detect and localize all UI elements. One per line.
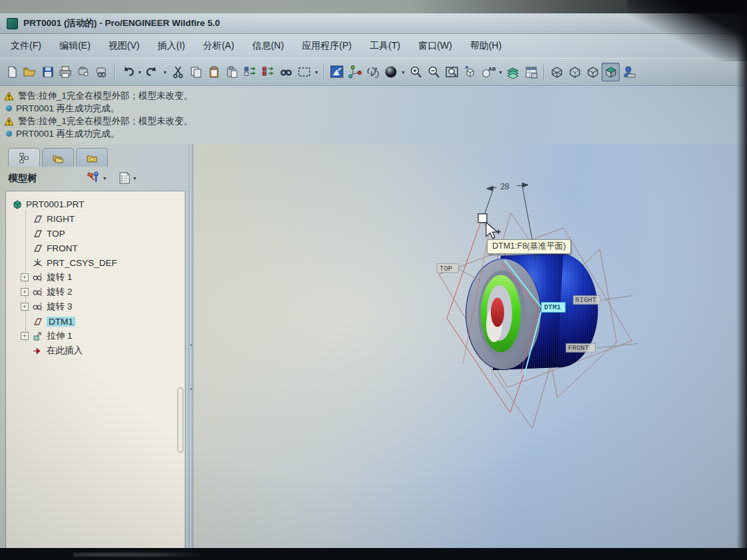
menu-file[interactable]: 文件(F) <box>11 40 41 52</box>
paste-special-icon[interactable] <box>223 63 241 81</box>
main-area: 模型树 ▼ ▼ PRT0001.PRT <box>0 144 747 553</box>
tree-item-front[interactable]: FRONT <box>11 241 183 255</box>
message-row: PRT0001 再生成功完成。 <box>4 127 747 140</box>
user-icon[interactable] <box>620 63 638 81</box>
tree-item-dtm1[interactable]: DTM1 <box>11 314 183 329</box>
tree-item-csys[interactable]: PRT_CSYS_DEF <box>11 255 183 270</box>
find-icon[interactable] <box>277 63 295 81</box>
message-row: 警告:拉伸_1完全在模型外部；模型未改变。 <box>4 89 747 102</box>
regenerate-manager-icon[interactable] <box>259 63 277 81</box>
orient-mode-icon[interactable] <box>363 63 382 81</box>
show-dropdown-icon[interactable]: ▼ <box>131 176 139 181</box>
tree-scrollbar[interactable] <box>177 222 183 542</box>
select-box-icon[interactable] <box>295 63 313 81</box>
refit-icon[interactable] <box>443 63 461 81</box>
zoom-out-icon[interactable] <box>425 63 443 81</box>
open-file-icon[interactable] <box>21 63 39 81</box>
display-hidden-line-icon[interactable] <box>566 63 584 81</box>
tree-item-revolve-3[interactable]: + 旋转 3 <box>11 299 183 314</box>
annotations-icon[interactable]: AB <box>479 63 497 81</box>
view-manager-icon[interactable] <box>522 63 540 81</box>
menu-analysis[interactable]: 分析(A) <box>203 40 234 52</box>
menu-help[interactable]: 帮助(H) <box>470 40 502 52</box>
redraw-icon[interactable] <box>327 63 345 81</box>
menu-view[interactable]: 视图(V) <box>109 40 140 52</box>
print-icon[interactable] <box>57 63 75 81</box>
tree-item-revolve-2[interactable]: + 旋转 2 <box>11 285 183 299</box>
new-file-icon[interactable] <box>3 63 21 81</box>
menu-tools[interactable]: 工具(T) <box>369 40 400 52</box>
screen-bezel-bottom <box>0 548 747 560</box>
menu-bar: 文件(F) 编辑(E) 视图(V) 插入(I) 分析(A) 信息(N) 应用程序… <box>0 34 747 58</box>
display-no-hidden-icon[interactable] <box>584 63 602 81</box>
model-tree: PRT0001.PRT RIGHT TOP FRONT <box>5 191 185 551</box>
display-style-icon[interactable] <box>382 63 400 81</box>
cut-icon[interactable] <box>169 63 187 81</box>
message-text: 警告:拉伸_1完全在模型外部；模型未改变。 <box>18 115 193 127</box>
extrude-icon <box>32 331 43 341</box>
show-list-icon <box>118 171 131 185</box>
datum-plane-icon <box>32 243 43 253</box>
tree-item-extrude-1[interactable]: + 拉伸 1 <box>11 329 183 343</box>
tree-show-button[interactable]: ▼ <box>118 171 139 185</box>
spin-center-icon[interactable] <box>345 63 363 81</box>
link-icon[interactable] <box>93 63 111 81</box>
tag-dtm1-label[interactable]: DTM1 <box>544 303 561 311</box>
save-icon[interactable] <box>39 63 57 81</box>
message-text: PRT0001 再生成功完成。 <box>16 103 119 115</box>
tree-item-insert-here[interactable]: 在此插入 <box>11 343 183 358</box>
display-wireframe-icon[interactable] <box>548 63 566 81</box>
tab-folder-browser[interactable] <box>42 148 74 167</box>
menu-info[interactable]: 信息(N) <box>252 40 283 52</box>
tree-item-revolve-1[interactable]: + 旋转 1 <box>11 270 183 285</box>
quick-print-icon[interactable] <box>75 63 93 81</box>
tree-item-part[interactable]: PRT0001.PRT <box>11 197 183 211</box>
panel-splitter[interactable] <box>189 144 193 553</box>
menu-insert[interactable]: 插入(I) <box>157 40 185 52</box>
tab-favorites[interactable] <box>76 148 108 167</box>
tag-right-label[interactable]: RIGHT <box>576 296 596 304</box>
message-row: 警告:拉伸_1完全在模型外部；模型未改变。 <box>4 115 747 127</box>
model-tree-title: 模型树 <box>8 172 37 185</box>
menu-applications[interactable]: 应用程序(P) <box>302 40 352 52</box>
expand-icon[interactable]: + <box>21 332 29 340</box>
regenerate-icon[interactable] <box>241 63 259 81</box>
layers-icon[interactable] <box>504 63 522 81</box>
annotations-dropdown-icon[interactable]: ▼ <box>497 70 504 75</box>
graphics-viewport[interactable]: TOP RIGHT FRONT DTM1 <box>193 144 747 553</box>
copy-icon[interactable] <box>187 63 205 81</box>
undo-icon[interactable] <box>118 63 136 81</box>
settings-dropdown-icon[interactable]: ▼ <box>101 176 109 181</box>
revolve-icon <box>32 272 43 283</box>
redo-dropdown-icon[interactable]: ▼ <box>161 70 169 75</box>
tag-front-label[interactable]: FRONT <box>568 344 589 352</box>
zoom-in-icon[interactable] <box>407 63 425 81</box>
expand-icon[interactable]: + <box>21 273 29 281</box>
redo-icon[interactable] <box>143 63 161 81</box>
undo-dropdown-icon[interactable]: ▼ <box>136 70 143 75</box>
paste-icon[interactable] <box>205 63 223 81</box>
model-tree-header: 模型树 ▼ ▼ <box>0 167 189 188</box>
expand-icon[interactable]: + <box>21 303 29 311</box>
menu-edit[interactable]: 编辑(E) <box>59 40 91 52</box>
tree-scrollbar-thumb[interactable] <box>177 387 183 453</box>
tree-item-right[interactable]: RIGHT <box>11 211 183 226</box>
expand-icon[interactable]: + <box>21 288 29 296</box>
favorites-folder-icon <box>85 152 99 164</box>
tab-model-tree[interactable] <box>8 148 40 167</box>
datum-tooltip: DTM1:F8(基准平面) <box>487 239 571 254</box>
display-shaded-icon[interactable] <box>602 63 620 81</box>
model-scene: TOP RIGHT FRONT DTM1 <box>193 144 747 553</box>
display-style-dropdown-icon[interactable]: ▼ <box>400 70 407 75</box>
menu-window[interactable]: 窗口(W) <box>418 40 452 52</box>
main-toolbar: ▼ ▼ ▼ ▼ AB ▼ <box>0 58 747 86</box>
warning-icon <box>4 91 14 101</box>
warning-icon <box>4 117 14 126</box>
tag-top-label[interactable]: TOP <box>440 265 452 273</box>
reorient-icon[interactable] <box>461 63 479 81</box>
select-box-dropdown-icon[interactable]: ▼ <box>313 70 320 75</box>
svg-text:AB: AB <box>488 66 496 72</box>
tree-item-top[interactable]: TOP <box>11 226 183 241</box>
drag-handle[interactable] <box>478 214 487 223</box>
tree-settings-button[interactable]: ▼ <box>87 171 109 185</box>
